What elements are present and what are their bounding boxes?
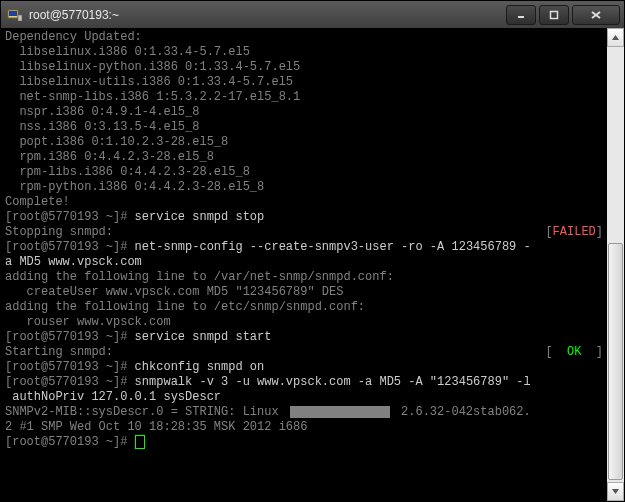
putty-icon xyxy=(7,8,23,22)
title-left: root@5770193:~ xyxy=(7,8,119,22)
window-title: root@5770193:~ xyxy=(29,8,119,22)
output-line: 2 #1 SMP Wed Oct 10 18:28:35 MSK 2012 i6… xyxy=(5,420,603,435)
close-button[interactable] xyxy=(572,5,620,25)
command: net-snmp-config --create-snmpv3-user -ro… xyxy=(127,240,530,254)
bracket: ] xyxy=(596,345,603,360)
window-controls xyxy=(506,5,620,25)
command-cont: a MD5 www.vpsck.com xyxy=(5,255,603,270)
prompt-line: [root@5770193 ~]# chkconfig snmpd on xyxy=(5,360,603,375)
output-line: nspr.i386 0:4.9.1-4.el5_8 xyxy=(5,105,603,120)
minimize-button[interactable] xyxy=(506,5,536,25)
svg-rect-2 xyxy=(18,15,22,21)
output-line: libselinux.i386 0:1.33.4-5.7.el5 xyxy=(5,45,603,60)
output-line: rpm.i386 0:4.4.2.3-28.el5_8 xyxy=(5,150,603,165)
prompt: [root@5770193 ~]# xyxy=(5,210,127,224)
snmp-out: SNMPv2-MIB::sysDescr.0 = STRING: Linux xyxy=(5,405,286,419)
command: snmpwalk -v 3 -u www.vpsck.com -a MD5 -A… xyxy=(127,375,530,389)
titlebar[interactable]: root@5770193:~ xyxy=(1,1,624,29)
scroll-track[interactable] xyxy=(607,47,624,482)
scroll-down-button[interactable] xyxy=(607,482,624,501)
terminal-output[interactable]: Dependency Updated: libselinux.i386 0:1.… xyxy=(1,28,607,501)
status-line: Stopping snmpd:[FAILED] xyxy=(5,225,603,240)
bracket: ] xyxy=(596,225,603,240)
status-ok: OK xyxy=(553,345,596,360)
scroll-up-button[interactable] xyxy=(607,28,624,47)
maximize-button[interactable] xyxy=(539,5,569,25)
prompt-line: [root@5770193 ~]# net-snmp-config --crea… xyxy=(5,240,603,255)
output-line: nss.i386 0:3.13.5-4.el5_8 xyxy=(5,120,603,135)
terminal-window: root@5770193:~ Dependency Updated: libse… xyxy=(0,0,625,502)
svg-rect-1 xyxy=(9,11,17,16)
prompt-line: [root@5770193 ~]# service snmpd stop xyxy=(5,210,603,225)
terminal-area: Dependency Updated: libselinux.i386 0:1.… xyxy=(1,28,624,501)
output-line: popt.i386 0:1.10.2.3-28.el5_8 xyxy=(5,135,603,150)
status-label: Starting snmpd: xyxy=(5,345,545,360)
prompt-line: [root@5770193 ~]# xyxy=(5,435,603,450)
output-line: adding the following line to /etc/snmp/s… xyxy=(5,300,603,315)
status-line: Starting snmpd:[ OK ] xyxy=(5,345,603,360)
prompt: [root@5770193 ~]# xyxy=(5,435,127,449)
output-line: rpm-python.i386 0:4.4.2.3-28.el5_8 xyxy=(5,180,603,195)
output-line: adding the following line to /var/net-sn… xyxy=(5,270,603,285)
svg-rect-4 xyxy=(551,11,558,18)
output-line: libselinux-utils.i386 0:1.33.4-5.7.el5 xyxy=(5,75,603,90)
command: service snmpd stop xyxy=(127,210,264,224)
scrollbar[interactable] xyxy=(607,28,624,501)
cursor xyxy=(135,435,145,449)
output-line: libselinux-python.i386 0:1.33.4-5.7.el5 xyxy=(5,60,603,75)
output-line: rouser www.vpsck.com xyxy=(5,315,603,330)
prompt: [root@5770193 ~]# xyxy=(5,360,127,374)
command: service snmpd start xyxy=(127,330,271,344)
output-line: rpm-libs.i386 0:4.4.2.3-28.el5_8 xyxy=(5,165,603,180)
prompt: [root@5770193 ~]# xyxy=(5,240,127,254)
status-label: Stopping snmpd: xyxy=(5,225,545,240)
snmp-out: 2.6.32-042stab062. xyxy=(394,405,531,419)
output-line: Dependency Updated: xyxy=(5,30,603,45)
prompt-line: [root@5770193 ~]# service snmpd start xyxy=(5,330,603,345)
status-failed: FAILED xyxy=(553,225,596,240)
svg-marker-8 xyxy=(612,489,619,494)
output-line: net-snmp-libs.i386 1:5.3.2.2-17.el5_8.1 xyxy=(5,90,603,105)
command xyxy=(127,435,134,449)
bracket: [ xyxy=(545,345,552,360)
output-line: Complete! xyxy=(5,195,603,210)
bracket: [ xyxy=(545,225,552,240)
command: chkconfig snmpd on xyxy=(127,360,264,374)
command-cont: authNoPriv 127.0.0.1 sysDescr xyxy=(5,390,603,405)
scroll-thumb[interactable] xyxy=(608,243,623,480)
prompt: [root@5770193 ~]# xyxy=(5,375,127,389)
svg-marker-7 xyxy=(612,35,619,40)
output-line: SNMPv2-MIB::sysDescr.0 = STRING: Linux 2… xyxy=(5,405,603,420)
output-line: createUser www.vpsck.com MD5 "123456789"… xyxy=(5,285,603,300)
redacted-block xyxy=(290,406,390,418)
prompt-line: [root@5770193 ~]# snmpwalk -v 3 -u www.v… xyxy=(5,375,603,390)
prompt: [root@5770193 ~]# xyxy=(5,330,127,344)
